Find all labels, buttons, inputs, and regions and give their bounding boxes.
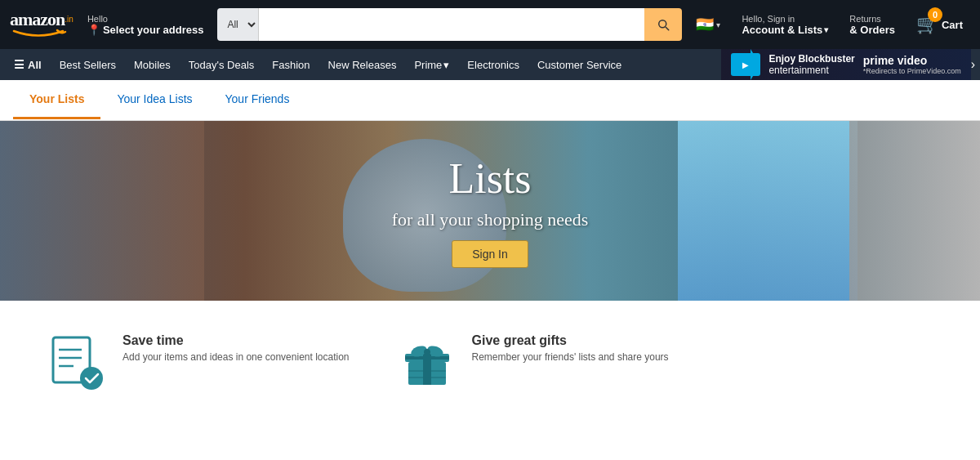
amazon-logo[interactable]: amazon .in: [10, 11, 74, 38]
account-hello-label: Hello, Sign in: [742, 14, 828, 24]
country-selector[interactable]: 🇮🇳 ▾: [688, 11, 728, 38]
save-time-text: Save time Add your items and ideas in on…: [122, 333, 350, 363]
nav-item-new-releases[interactable]: New Releases: [319, 53, 406, 77]
nav-item-mobiles[interactable]: Mobiles: [125, 53, 180, 77]
search-button[interactable]: [644, 8, 682, 41]
give-gifts-icon: [399, 333, 456, 391]
give-gifts-title: Give great gifts: [472, 333, 669, 348]
hero-subtitle: for all your shopping needs: [392, 209, 589, 230]
location-pin-icon: 📍: [87, 24, 100, 36]
prime-dropdown-arrow: ▾: [443, 59, 449, 71]
nav-right-chevron[interactable]: ›: [971, 57, 975, 72]
save-time-icon: [49, 333, 106, 391]
prime-video-sub: *Redirects to PrimeVideo.com: [863, 67, 961, 75]
feature-save-time: Save time Add your items and ideas in on…: [49, 333, 350, 391]
hero-signin-button[interactable]: Sign In: [452, 240, 528, 268]
cart-count-badge: 0: [928, 7, 942, 22]
prime-video-label: prime video: [863, 54, 928, 67]
nav-item-electronics[interactable]: Electronics: [458, 53, 528, 77]
address-selector[interactable]: Hello 📍 Select your address: [80, 10, 212, 40]
cart-button[interactable]: 🛒 0 Cart: [909, 10, 970, 39]
account-dropdown-arrow: ▾: [824, 25, 828, 34]
prime-video-banner[interactable]: Enjoy Blockbuster entertainment prime vi…: [721, 49, 970, 80]
hero-title: Lists: [448, 154, 531, 203]
nav-item-best-sellers[interactable]: Best Sellers: [51, 53, 125, 77]
cart-label: Cart: [942, 19, 963, 31]
give-gifts-description: Remember your friends' lists and share y…: [472, 351, 669, 363]
account-main-label: Account & Lists ▾: [742, 24, 828, 36]
tab-your-friends[interactable]: Your Friends: [209, 81, 306, 119]
flag-dropdown-arrow: ▾: [716, 20, 720, 29]
nav-item-prime[interactable]: Prime ▾: [405, 53, 458, 77]
give-gifts-text: Give great gifts Remember your friends' …: [472, 333, 669, 363]
search-bar: All: [217, 8, 682, 41]
save-time-title: Save time: [122, 333, 350, 348]
prime-banner-text: Enjoy Blockbuster entertainment: [768, 53, 854, 76]
gift-box-icon: [399, 333, 456, 391]
logo-suffix: .in: [65, 15, 74, 24]
hamburger-menu[interactable]: ☰ All: [5, 52, 51, 77]
nav-item-fashion[interactable]: Fashion: [263, 53, 318, 77]
cart-icon-wrap: 🛒 0: [916, 14, 938, 35]
list-with-check-icon: [49, 333, 106, 391]
features-section: Save time Add your items and ideas in on…: [0, 301, 980, 423]
search-category-dropdown[interactable]: All: [217, 8, 259, 41]
nav-item-todays-deals[interactable]: Today's Deals: [180, 53, 264, 77]
amazon-smile-icon: [10, 29, 67, 38]
nav-item-customer-service[interactable]: Customer Service: [528, 53, 630, 77]
india-flag-icon: 🇮🇳: [696, 16, 714, 33]
tab-your-idea-lists[interactable]: Your Idea Lists: [100, 81, 208, 119]
hero-banner: Lists for all your shopping needs Sign I…: [0, 121, 980, 301]
all-nav-label: All: [28, 59, 42, 71]
header: amazon .in Hello 📍 Select your address A…: [0, 0, 980, 49]
svg-point-11: [424, 349, 430, 355]
tab-your-lists[interactable]: Your Lists: [13, 81, 100, 119]
returns-label: Returns: [849, 14, 895, 24]
logo-text: amazon: [10, 11, 65, 29]
search-input[interactable]: [259, 8, 644, 41]
account-menu[interactable]: Hello, Sign in Account & Lists ▾: [734, 10, 835, 40]
svg-point-4: [80, 367, 103, 390]
svg-rect-8: [405, 356, 449, 360]
feature-give-gifts: Give great gifts Remember your friends' …: [399, 333, 669, 391]
orders-label: & Orders: [849, 24, 895, 36]
address-hello-label: Hello: [87, 14, 204, 24]
hero-overlay: Lists for all your shopping needs Sign I…: [0, 121, 980, 301]
hamburger-icon: ☰: [14, 58, 24, 71]
address-select-label: 📍 Select your address: [87, 24, 204, 36]
search-icon: [656, 17, 670, 32]
navbar: ☰ All Best Sellers Mobiles Today's Deals…: [0, 49, 980, 80]
tabs-bar: Your Lists Your Idea Lists Your Friends: [0, 80, 980, 121]
save-time-description: Add your items and ideas in one convenie…: [122, 351, 350, 363]
returns-orders[interactable]: Returns & Orders: [842, 10, 902, 40]
